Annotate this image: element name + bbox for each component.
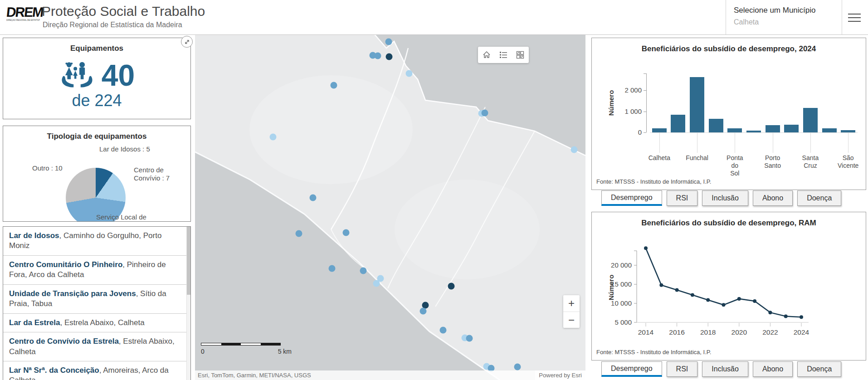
tab-bar-top: DesempregoRSIInclusãoAbonoDoença (591, 190, 866, 209)
map-point[interactable] (385, 39, 392, 45)
list-scrollbar-track[interactable] (186, 227, 190, 380)
pie-label-servico-local: Serviço Local de Segurança Social (96, 213, 154, 222)
map-point[interactable] (386, 54, 393, 60)
data-point (722, 303, 726, 307)
municipality-select[interactable]: Selecione um Município Calheta (734, 6, 815, 26)
y-ticklabel: 2 000 (618, 86, 642, 94)
list-item[interactable]: Unidade de Transição para Jovens, Sítio … (3, 285, 190, 314)
bar-baseline (650, 132, 858, 133)
map-point[interactable] (514, 364, 521, 370)
map-point[interactable] (270, 134, 277, 141)
tab-abono[interactable]: Abono (753, 190, 793, 206)
bar-chart-title: Beneficiários do subsídio de desemprego,… (592, 44, 866, 54)
header-divider (842, 0, 842, 34)
axis-cap (644, 73, 646, 74)
x-ticklabel: 2016 (669, 328, 684, 336)
y-ticklabel: 20 000 (611, 261, 632, 269)
tab-abono[interactable]: Abono (753, 361, 793, 377)
tab-rsi[interactable]: RSI (667, 361, 698, 377)
bar[interactable] (766, 125, 780, 132)
charts-panel: Beneficiários do subsídio de desemprego,… (591, 38, 866, 380)
map-point[interactable] (329, 265, 336, 272)
list-item[interactable]: Lar Nª Srª. da Conceição, Amoreiras, Arc… (3, 361, 190, 380)
powered-by-esri: Powered by Esri (535, 370, 585, 380)
expand-panel-button[interactable] (181, 36, 193, 48)
y-tickmark (644, 90, 646, 91)
page-subtitle: Direção Regional de Estatística da Madei… (43, 21, 182, 29)
pie-label-lar-idosos: Lar de Idosos : 5 (99, 145, 150, 153)
drem-logo: DREM DIREÇÃO REGIONAL DE ESTATÍSTICA DA … (6, 5, 40, 21)
bar[interactable] (671, 115, 685, 132)
app-header: DREM DIREÇÃO REGIONAL DE ESTATÍSTICA DA … (0, 0, 868, 35)
map-point[interactable] (375, 53, 381, 59)
facility-list: Lar de Idosos, Caminho do Gorgulho, Port… (3, 226, 191, 380)
tab-desemprego[interactable]: Desemprego (601, 190, 662, 206)
zoom-out-button[interactable]: − (563, 312, 580, 328)
y-tickmark (644, 132, 646, 133)
data-point (644, 246, 648, 250)
trend-line (646, 248, 801, 317)
map-point[interactable] (482, 110, 488, 117)
map-point[interactable] (296, 230, 302, 237)
list-item[interactable]: Centro de Convívio da Estrela, Estrela A… (3, 332, 190, 361)
bar[interactable] (727, 128, 742, 132)
list-item[interactable]: Centro Comunitário O Pinheiro, Pinheiro … (3, 256, 190, 285)
tab-bar-bottom: DesempregoRSIInclusãoAbonoDoença (591, 361, 866, 380)
tab-doenca[interactable]: Doença (797, 190, 841, 206)
basemap-gallery-icon[interactable] (514, 49, 526, 61)
map-toolbar (478, 47, 529, 63)
map-point[interactable] (420, 308, 427, 315)
data-point (675, 288, 679, 292)
map-point[interactable] (440, 327, 447, 334)
map-point[interactable] (310, 195, 317, 201)
bar[interactable] (709, 119, 723, 132)
y-ticklabel: 0 (618, 128, 642, 136)
facility-name: Lar da Estrela (9, 318, 60, 327)
bar[interactable] (652, 128, 667, 132)
line-chart-source: Fonte: MTSSS - Instituto de Informática,… (596, 349, 711, 356)
map-point[interactable] (331, 82, 337, 89)
municipality-select-label: Selecione um Município (734, 6, 815, 15)
bar-y-axis (646, 73, 647, 132)
x-tickline (697, 133, 697, 153)
bar[interactable] (841, 130, 855, 132)
x-tickline (659, 133, 660, 153)
x-ticklabel: 2018 (700, 328, 716, 336)
home-icon[interactable] (481, 49, 493, 61)
legend-list-icon[interactable] (497, 49, 509, 61)
list-item[interactable]: Lar da Estrela, Estrela Abaixo, Calheta (3, 314, 190, 332)
bar[interactable] (690, 77, 704, 132)
facility-name: Centro Comunitário O Pinheiro (9, 260, 122, 269)
tab-rsi[interactable]: RSI (667, 190, 698, 206)
scale-start-label: 0 (201, 348, 205, 355)
map-point[interactable] (373, 280, 380, 287)
map-canvas[interactable]: + − 0 5 km Esri, TomTom, Garmin, METI/NA… (195, 34, 585, 380)
map-point[interactable] (343, 229, 350, 236)
facility-name: Lar de Idosos (9, 231, 59, 240)
expand-arrows-icon (184, 39, 190, 45)
bar[interactable] (746, 131, 761, 132)
bar[interactable] (822, 128, 837, 132)
map-point[interactable] (466, 335, 473, 342)
tab-inclusao[interactable]: Inclusão (702, 361, 748, 377)
bar[interactable] (803, 108, 818, 132)
x-ticklabel: 2014 (638, 328, 654, 336)
zoom-in-button[interactable]: + (563, 295, 580, 312)
map-point[interactable] (448, 283, 455, 290)
data-point (691, 293, 694, 297)
bar[interactable] (784, 125, 799, 132)
municipality-select-value[interactable]: Calheta (734, 18, 815, 26)
hamburger-menu-icon[interactable] (848, 11, 861, 23)
map-point[interactable] (571, 146, 578, 153)
tab-inclusao[interactable]: Inclusão (702, 190, 748, 206)
x-ticklabel: 2020 (731, 328, 747, 336)
data-point (753, 299, 756, 303)
map-point[interactable] (406, 70, 413, 77)
bar-chart-ylabel: Número (607, 90, 615, 116)
list-item[interactable]: Lar de Idosos, Caminho do Gorgulho, Port… (3, 227, 190, 256)
tab-desemprego[interactable]: Desemprego (601, 361, 662, 377)
tab-doenca[interactable]: Doença (797, 361, 841, 377)
map-point[interactable] (360, 268, 367, 274)
list-scrollbar-thumb[interactable] (187, 227, 190, 295)
line-chart-plot[interactable]: 5 00010 00015 00020 00020142016201820202… (592, 212, 867, 361)
